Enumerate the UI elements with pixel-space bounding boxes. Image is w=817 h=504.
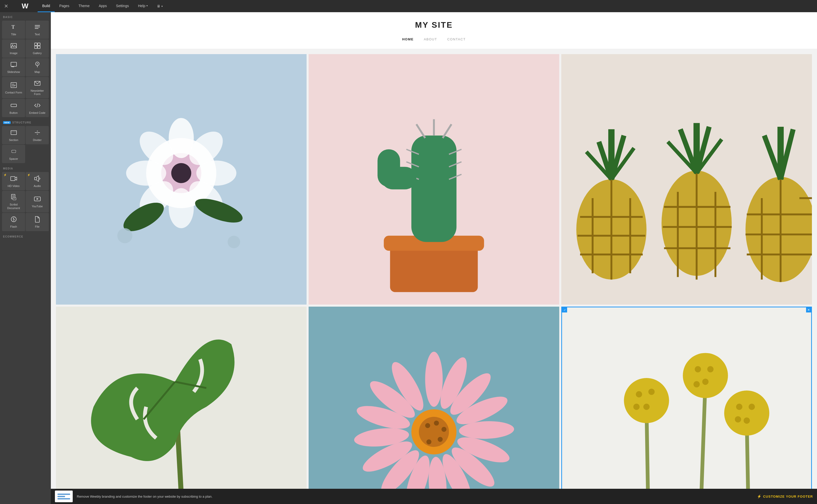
sidebar-item-newsletter[interactable]: Newsletter Form [26, 77, 49, 98]
tab-pages[interactable]: Pages [55, 0, 74, 12]
footer-preview-lines [57, 494, 70, 499]
site-title: MY SITE [56, 20, 812, 30]
site-preview: MY SITE HOME ABOUT CONTACT [51, 12, 817, 504]
sidebar-grid-media: ⚡ HD Video ⚡ Audio Scribd Document [0, 171, 51, 231]
section-label-ecommerce: ECOMMERCE [0, 232, 51, 240]
sidebar-item-title[interactable]: T Title [2, 21, 25, 39]
sidebar-item-section[interactable]: Section [2, 126, 25, 144]
tab-apps[interactable]: Apps [94, 0, 111, 12]
svg-point-130 [434, 421, 439, 426]
main-layout: BASIC T Title Text Image [0, 12, 817, 504]
sidebar-item-text[interactable]: Text [26, 21, 49, 39]
gallery-label: Gallery [33, 52, 42, 55]
svg-point-55 [117, 228, 132, 243]
svg-text:T: T [11, 24, 15, 30]
svg-point-137 [624, 378, 669, 423]
text-icon [34, 24, 41, 31]
spacer-label: Spacer [9, 157, 18, 161]
svg-point-138 [683, 353, 728, 398]
tab-theme[interactable]: Theme [74, 0, 94, 12]
slideshow-icon [10, 61, 17, 69]
gallery-cell-leaf[interactable] [56, 307, 306, 504]
lightning-icon-hd-video: ⚡ [4, 174, 7, 176]
svg-point-144 [695, 366, 701, 372]
footer-preview-thumbnail [55, 491, 73, 502]
sidebar-item-gallery[interactable]: Gallery [26, 39, 49, 58]
sidebar-item-image[interactable]: Image [2, 39, 25, 58]
customize-footer-button[interactable]: ⚡ CUSTOMIZE YOUR FOOTER [757, 494, 813, 498]
sidebar-grid-basic: T Title Text Image Gallery [0, 20, 51, 118]
svg-point-13 [37, 63, 38, 64]
sidebar-item-map[interactable]: Map [26, 58, 49, 76]
sidebar-grid-structure: Section Divider Spacer [0, 125, 51, 164]
close-icon: ✕ [807, 308, 810, 312]
sidebar-item-button[interactable]: Button [2, 99, 25, 117]
sidebar-item-slideshow[interactable]: Slideshow [2, 58, 25, 76]
flash-label: Flash [10, 225, 17, 228]
text-label: Text [35, 33, 40, 36]
gallery-cell-flower[interactable] [56, 54, 306, 305]
svg-rect-8 [35, 46, 37, 49]
lightning-icon-audio: ⚡ [27, 174, 30, 176]
sidebar-item-youtube[interactable]: YouTube [26, 191, 49, 212]
svg-point-147 [694, 381, 700, 387]
spacer-icon [10, 148, 17, 156]
gallery-cell-yellow-balls[interactable]: ⤢ ✕ [561, 307, 812, 504]
scribd-label: Scribd Document [4, 203, 24, 210]
svg-point-151 [735, 416, 741, 422]
gallery-section: ⤢ ✕ [51, 49, 817, 504]
sidebar-item-spacer[interactable]: Spacer [2, 145, 25, 163]
nav-item-home[interactable]: HOME [402, 37, 414, 41]
file-icon [34, 216, 41, 224]
sidebar-item-hd-video[interactable]: ⚡ HD Video [2, 172, 25, 190]
svg-line-68 [443, 124, 452, 138]
nav-item-contact[interactable]: CONTACT [447, 37, 466, 41]
contact-form-icon [10, 82, 17, 89]
svg-point-132 [438, 437, 443, 442]
svg-marker-41 [13, 217, 15, 222]
svg-point-146 [702, 379, 709, 385]
svg-point-128 [419, 417, 449, 447]
youtube-icon [34, 196, 41, 203]
gallery-cell-pink-flower[interactable] [308, 307, 559, 504]
sidebar-item-file[interactable]: File [26, 213, 49, 231]
svg-point-140 [636, 391, 642, 398]
logo-text: W [22, 2, 28, 10]
sidebar-item-scribd[interactable]: Scribd Document [2, 191, 25, 212]
new-badge: NEW [3, 121, 11, 124]
tab-help[interactable]: Help ▾ [133, 0, 152, 12]
cell-close-button[interactable]: ✕ [806, 307, 811, 312]
footer-line-2 [57, 496, 65, 497]
sidebar-item-flash[interactable]: Flash [2, 213, 25, 231]
cell-move-handle[interactable]: ⤢ [562, 307, 567, 312]
close-button[interactable]: ✕ [0, 0, 12, 12]
help-arrow-icon: ▾ [146, 4, 148, 7]
svg-line-31 [39, 179, 40, 180]
sidebar-item-contact-form[interactable]: Contact Form [2, 77, 25, 98]
device-selector[interactable]: 🖥 ▾ [152, 0, 167, 12]
nav-tabs: Build Pages Theme Apps Settings Help ▾ 🖥… [38, 0, 817, 12]
tab-settings[interactable]: Settings [111, 0, 133, 12]
svg-point-139 [724, 390, 769, 435]
button-icon [10, 102, 17, 110]
svg-rect-9 [38, 46, 40, 49]
svg-rect-29 [35, 177, 37, 180]
tab-build[interactable]: Build [38, 0, 55, 12]
hd-video-icon [10, 175, 17, 183]
svg-marker-26 [37, 134, 38, 135]
svg-line-67 [417, 124, 425, 138]
slideshow-label: Slideshow [7, 70, 20, 74]
svg-point-133 [426, 439, 432, 445]
sidebar-item-divider[interactable]: Divider [26, 126, 49, 144]
sidebar-item-audio[interactable]: ⚡ Audio [26, 172, 49, 190]
canvas-area: MY SITE HOME ABOUT CONTACT [51, 12, 817, 504]
svg-line-135 [699, 382, 705, 504]
nav-item-about[interactable]: ABOUT [424, 37, 437, 41]
svg-point-5 [12, 44, 13, 45]
embed-label: Embed Code [29, 111, 45, 115]
sidebar-item-embed[interactable]: Embed Code [26, 99, 49, 117]
gallery-cell-cactus[interactable] [308, 54, 559, 305]
svg-marker-25 [37, 131, 38, 131]
image-icon [10, 42, 17, 50]
gallery-cell-pineapple[interactable] [561, 54, 812, 305]
